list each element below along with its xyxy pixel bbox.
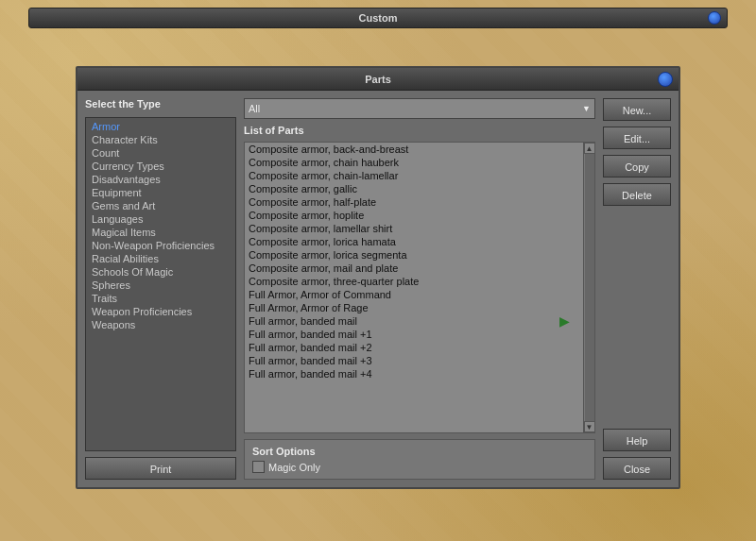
- new-button[interactable]: New...: [603, 98, 671, 121]
- title-bar: Custom: [28, 8, 728, 28]
- scrollbar[interactable]: ▲ ▼: [583, 143, 594, 432]
- dialog-body: Select the Type ArmorCharacter KitsCount…: [77, 91, 679, 487]
- list-item[interactable]: Composite armor, lorica segmenta: [245, 248, 583, 262]
- type-list-item[interactable]: Equipment: [88, 186, 233, 199]
- scroll-up-button[interactable]: ▲: [584, 143, 595, 154]
- select-type-label: Select the Type: [85, 98, 236, 110]
- dropdown-arrow-icon: ▼: [582, 104, 591, 113]
- type-list-item[interactable]: Weapons: [88, 318, 233, 331]
- scroll-track[interactable]: [585, 154, 594, 421]
- left-panel: Select the Type ArmorCharacter KitsCount…: [85, 98, 236, 480]
- type-list-item[interactable]: Currency Types: [88, 160, 233, 173]
- list-item[interactable]: Composite armor, three-quarter plate: [245, 275, 583, 288]
- type-dropdown[interactable]: All ▼: [244, 98, 595, 119]
- list-item[interactable]: Composite armor, lamellar shirt: [245, 222, 583, 235]
- list-item[interactable]: Composite armor, hoplite: [245, 209, 583, 222]
- list-item[interactable]: Composite armor, back-and-breast: [245, 143, 583, 156]
- right-panel: New... Edit... Copy Delete Help Close: [603, 98, 671, 480]
- type-list-item[interactable]: Gems and Art: [88, 199, 233, 212]
- type-list-item[interactable]: Racial Abilities: [88, 252, 233, 265]
- list-item[interactable]: Composite armor, mail and plate: [245, 262, 583, 275]
- sort-options-panel: Sort Options Magic Only: [244, 439, 595, 480]
- edit-button[interactable]: Edit...: [603, 127, 671, 149]
- type-list-item[interactable]: Traits: [88, 292, 233, 305]
- middle-panel: All ▼ List of Parts Composite armor, bac…: [244, 98, 595, 480]
- magic-only-checkbox[interactable]: [252, 461, 265, 473]
- bottom-buttons: Help Close: [603, 429, 671, 480]
- print-button[interactable]: Print: [85, 457, 236, 480]
- parts-list-container: Composite armor, back-and-breastComposit…: [244, 142, 595, 433]
- dialog-close-button[interactable]: [658, 72, 673, 87]
- magic-only-label: Magic Only: [268, 462, 320, 473]
- dialog-title-text: Parts: [365, 74, 391, 85]
- list-item[interactable]: Full armor, banded mail +1: [245, 328, 583, 341]
- type-list-item[interactable]: Spheres: [88, 279, 233, 292]
- list-item[interactable]: Full armor, banded mail +3: [245, 354, 583, 367]
- type-list-item[interactable]: Armor: [88, 120, 233, 133]
- parts-list[interactable]: Composite armor, back-and-breastComposit…: [245, 143, 583, 432]
- magic-only-row: Magic Only: [252, 461, 587, 473]
- sort-options-label: Sort Options: [252, 446, 587, 457]
- dropdown-value: All: [249, 103, 260, 114]
- type-list-item[interactable]: Magical Items: [88, 226, 233, 239]
- main-dialog: Parts Select the Type ArmorCharacter Kit…: [76, 66, 680, 489]
- list-item[interactable]: Composite armor, chain-lamellar: [245, 169, 583, 182]
- delete-button[interactable]: Delete: [603, 183, 671, 206]
- list-item[interactable]: Full Armor, Armor of Command: [245, 288, 583, 301]
- help-button[interactable]: Help: [603, 429, 671, 451]
- list-item[interactable]: Composite armor, half-plate: [245, 195, 583, 209]
- type-list-item[interactable]: Character Kits: [88, 133, 233, 146]
- type-list-item[interactable]: Non-Weapon Proficiencies: [88, 239, 233, 252]
- window-close-button[interactable]: [708, 11, 721, 25]
- parts-header: All ▼: [244, 98, 595, 119]
- scroll-down-button[interactable]: ▼: [584, 421, 595, 432]
- list-item[interactable]: Full armor, banded mail +4: [245, 367, 583, 380]
- type-list-item[interactable]: Schools Of Magic: [88, 265, 233, 279]
- type-list-item[interactable]: Disadvantages: [88, 173, 233, 186]
- window-title: Custom: [359, 12, 398, 24]
- copy-button[interactable]: Copy: [603, 155, 671, 178]
- list-item[interactable]: Composite armor, chain hauberk: [245, 156, 583, 169]
- parts-list-label: List of Parts: [244, 125, 595, 136]
- type-list-item[interactable]: Count: [88, 146, 233, 160]
- type-list-item[interactable]: Weapon Proficiencies: [88, 305, 233, 318]
- list-item[interactable]: Full Armor, Armor of Rage: [245, 301, 583, 314]
- close-button[interactable]: Close: [603, 457, 671, 480]
- list-item[interactable]: Full armor, banded mail: [245, 314, 583, 328]
- list-item[interactable]: Composite armor, lorica hamata: [245, 235, 583, 248]
- list-item[interactable]: Full armor, banded mail +2: [245, 341, 583, 354]
- dialog-title-bar: Parts: [77, 68, 679, 91]
- type-list[interactable]: ArmorCharacter KitsCountCurrency TypesDi…: [85, 117, 236, 451]
- list-item[interactable]: Composite armor, gallic: [245, 182, 583, 195]
- type-list-item[interactable]: Languages: [88, 212, 233, 226]
